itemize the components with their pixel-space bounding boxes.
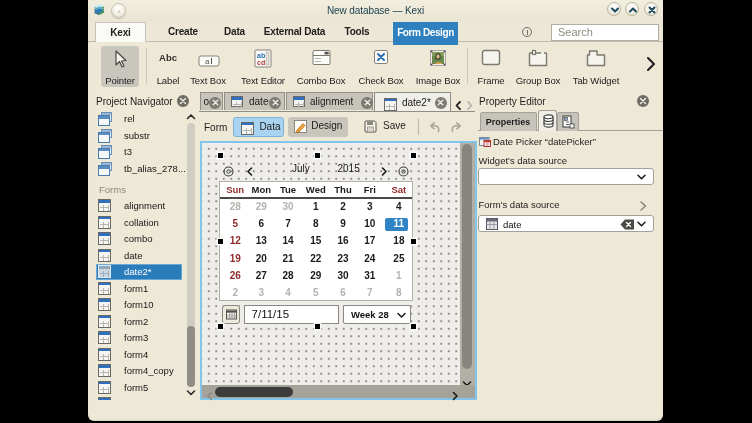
svg-text:cd: cd	[257, 59, 265, 66]
svg-text:a: a	[205, 57, 210, 66]
svg-text:ab: ab	[257, 52, 265, 59]
